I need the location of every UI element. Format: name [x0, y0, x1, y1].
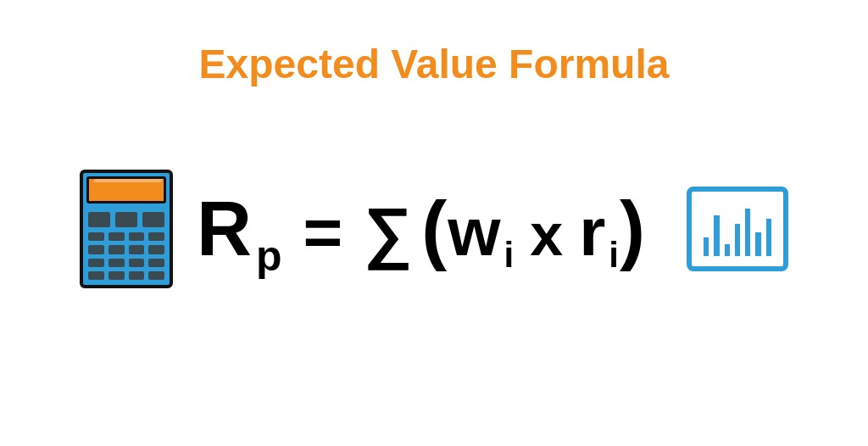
formula-w-sub: i — [504, 237, 515, 273]
formula-mult: x — [530, 205, 564, 265]
chart-bars — [704, 205, 771, 256]
formula-sigma: ∑ — [364, 198, 413, 266]
formula-r-sub: i — [609, 237, 620, 273]
chart-bar — [725, 244, 730, 256]
formula-row: R p = ∑ ( w i x r i ) — [0, 170, 868, 288]
page-title: Expected Value Formula — [0, 41, 868, 87]
chart-bar — [735, 224, 740, 256]
chart-bar — [766, 219, 771, 256]
formula-r: r — [579, 198, 606, 266]
formula-equals: = — [303, 198, 344, 266]
chart-bar — [755, 232, 760, 256]
formula-lhs-sub: p — [256, 235, 283, 277]
formula-lparen: ( — [421, 191, 448, 267]
bar-chart-icon — [687, 187, 788, 271]
formula-expression: R p = ∑ ( w i x r i ) — [197, 191, 646, 267]
chart-bar — [714, 215, 719, 256]
calculator-row — [88, 212, 164, 227]
calculator-icon — [80, 170, 173, 288]
chart-bar — [704, 237, 709, 256]
formula-lhs-var: R — [197, 191, 253, 267]
calculator-screen — [86, 176, 166, 203]
chart-bar — [745, 209, 750, 256]
formula-w: w — [448, 198, 501, 266]
formula-rparen: ) — [620, 191, 646, 267]
calculator-keys — [88, 232, 164, 280]
